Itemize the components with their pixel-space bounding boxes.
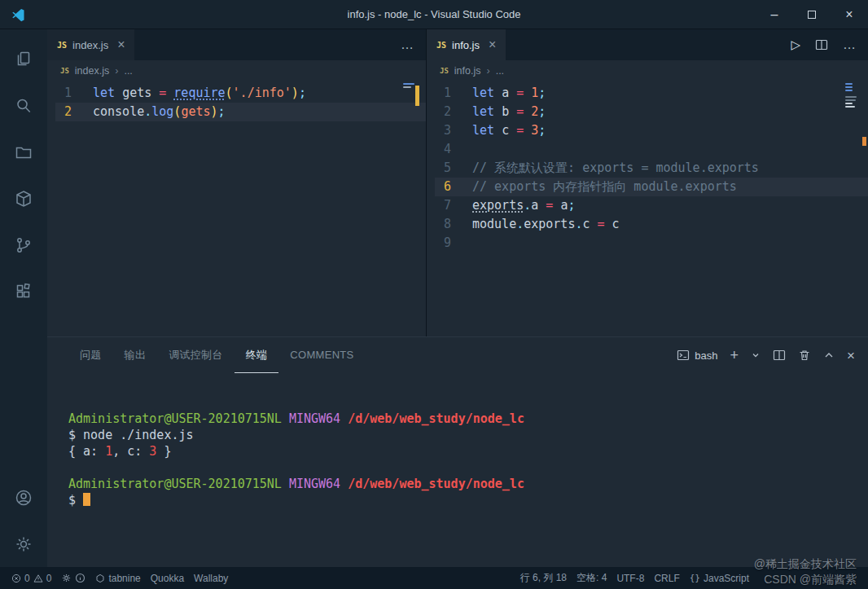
breadcrumb-file[interactable]: index.js <box>75 65 109 77</box>
panel-tab-2[interactable]: 调试控制台 <box>157 337 235 373</box>
errors-count: 0 <box>24 573 30 584</box>
code-line[interactable]: 7exports.a = a; <box>435 196 868 215</box>
quokka-status[interactable]: Quokka <box>146 573 189 584</box>
maximize-button[interactable] <box>793 0 831 29</box>
code-line[interactable]: 1let gets = require('./info'); <box>55 84 426 103</box>
tab-bar-right: JS info.js × ▷ … <box>427 29 868 60</box>
vscode-logo-icon <box>11 7 25 22</box>
terminal-line: $ <box>68 492 868 508</box>
warnings-count: 0 <box>46 573 52 584</box>
encoding[interactable]: UTF-8 <box>612 573 649 584</box>
breadcrumb-ellipsis[interactable]: ... <box>124 65 132 77</box>
activity-item-account[interactable] <box>0 474 47 521</box>
activity-item-settings[interactable] <box>0 521 47 567</box>
eol-label: CRLF <box>654 573 679 584</box>
problems-indicator[interactable]: 0 0 <box>7 573 56 584</box>
language-label: JavaScript <box>704 573 749 584</box>
extension-status-icons[interactable] <box>56 573 90 583</box>
code-line[interactable]: 4 <box>435 140 868 159</box>
activity-item-package[interactable] <box>0 175 47 222</box>
activity-item-extensions[interactable] <box>0 268 47 314</box>
tab-close-icon[interactable]: × <box>117 38 125 51</box>
code-line[interactable]: 5// 系统默认设置: exports = module.exports <box>435 159 868 178</box>
window-title: info.js - node_lc - Visual Studio Code <box>0 8 868 20</box>
breadcrumb-right[interactable]: JS info.js › ... <box>427 60 868 81</box>
code-line[interactable]: 2console.log(gets); <box>55 103 426 121</box>
folder-icon <box>14 143 33 162</box>
code-line[interactable]: 6// exports 内存指针指向 module.exports <box>435 178 868 196</box>
minimap[interactable] <box>845 83 858 108</box>
kill-terminal-button[interactable] <box>798 349 811 362</box>
panel-tab-1[interactable]: 输出 <box>113 337 158 373</box>
run-file-button[interactable]: ▷ <box>791 37 800 52</box>
code-line[interactable]: 8module.exports.c = c <box>435 215 868 234</box>
cursor-position[interactable]: 行 6, 列 18 <box>515 571 572 585</box>
activity-item-folder[interactable] <box>0 129 47 175</box>
activity-item-source-control[interactable] <box>0 222 47 268</box>
account-icon <box>14 488 33 508</box>
wallaby-status[interactable]: Wallaby <box>189 573 233 584</box>
split-editor-button[interactable] <box>815 38 828 51</box>
code-line[interactable]: 2let b = 2; <box>435 103 868 121</box>
minimap[interactable] <box>403 83 416 88</box>
warning-icon <box>33 574 43 583</box>
code-editor-index-js[interactable]: 1let gets = require('./info');2console.l… <box>47 81 426 121</box>
panel-tab-3[interactable]: 终端 <box>235 337 279 373</box>
maximize-panel-button[interactable] <box>823 349 835 361</box>
chevron-down-icon <box>751 350 761 360</box>
code-editor-info-js[interactable]: 1let a = 1;2let b = 2;3let c = 3;45// 系统… <box>427 81 868 253</box>
chevron-up-icon <box>823 349 835 361</box>
minimize-button[interactable]: – <box>756 0 793 29</box>
terminal-cursor <box>83 493 90 506</box>
language-mode[interactable]: {} JavaScript <box>685 573 754 584</box>
overview-ruler-marker[interactable] <box>862 137 866 146</box>
new-terminal-button[interactable]: + <box>730 348 739 363</box>
activity-item-search[interactable] <box>0 82 47 129</box>
shell-selector[interactable]: bash <box>677 349 717 362</box>
breadcrumb-ellipsis[interactable]: ... <box>496 65 504 77</box>
gear-icon <box>61 573 72 583</box>
tab-info-js[interactable]: JS info.js × <box>427 29 506 60</box>
breadcrumb-left[interactable]: JS index.js › ... <box>47 60 426 81</box>
terminal-line <box>68 394 868 411</box>
code-line[interactable]: 1let a = 1; <box>435 84 868 103</box>
indentation[interactable]: 空格: 4 <box>572 571 612 585</box>
more-actions-icon[interactable]: … <box>843 37 857 52</box>
close-panel-button[interactable]: × <box>847 349 855 363</box>
tab-close-icon[interactable]: × <box>489 38 496 51</box>
tab-bar-left: JS index.js × … <box>47 29 426 60</box>
panel-tab-0[interactable]: 问题 <box>68 337 113 373</box>
terminal-line: { a: 1, c: 3 } <box>68 443 868 459</box>
split-terminal-icon <box>773 349 786 362</box>
split-terminal-button[interactable] <box>773 349 786 362</box>
terminal-line: Administrator@USER-20210715NL MINGW64 /d… <box>68 476 868 492</box>
bottom-panel: 问题输出调试控制台终端COMMENTS bash + <box>47 336 868 567</box>
line-number: 8 <box>435 215 472 234</box>
code-line[interactable]: 3let c = 3; <box>435 121 868 140</box>
activity-item-explorer[interactable] <box>0 36 47 82</box>
breadcrumb-file[interactable]: info.js <box>454 65 481 77</box>
more-actions-icon[interactable]: … <box>401 37 414 52</box>
shell-label: bash <box>695 349 717 362</box>
tab-index-js[interactable]: JS index.js × <box>47 29 134 60</box>
terminal-output[interactable]: Administrator@USER-20210715NL MINGW64 /d… <box>47 373 868 508</box>
title-bar: info.js - node_lc - Visual Studio Code –… <box>0 0 868 29</box>
breadcrumb-separator: › <box>115 65 118 77</box>
terminal-line: Administrator@USER-20210715NL MINGW64 /d… <box>68 411 868 427</box>
close-button[interactable]: × <box>831 0 868 29</box>
tabnine-status[interactable]: tabnine <box>90 573 145 584</box>
line-number: 1 <box>435 84 472 103</box>
line-number: 1 <box>55 84 93 103</box>
js-file-icon: JS <box>60 67 69 75</box>
editor-group-left: JS index.js × … JS index.js › ... 1let g… <box>47 29 427 336</box>
extensions-icon <box>14 282 33 301</box>
code-line[interactable]: 9 <box>435 234 868 253</box>
line-number: 3 <box>435 121 472 140</box>
overview-ruler-marker[interactable] <box>415 86 419 106</box>
tab-label: index.js <box>72 39 108 51</box>
maximize-icon <box>808 11 816 19</box>
eol-sequence[interactable]: CRLF <box>649 573 684 584</box>
source-control-icon <box>14 235 33 255</box>
terminal-dropdown-button[interactable] <box>751 350 761 360</box>
panel-tab-4[interactable]: COMMENTS <box>278 337 365 373</box>
